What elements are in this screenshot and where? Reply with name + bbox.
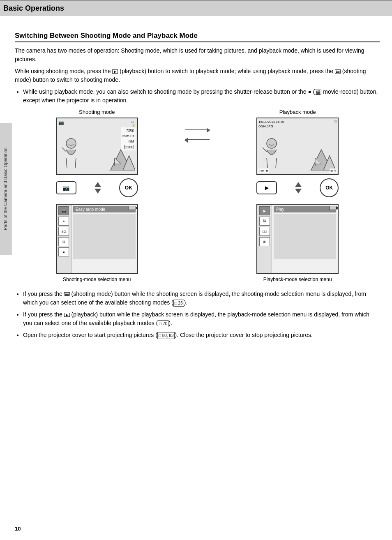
menu-inner-shoot: 📷 ✦ SO ⊟ ● Easy auto mode — [57, 205, 137, 273]
playback-mode-caption: Playback-mode selection menu — [263, 276, 332, 283]
sidebar-label: Parts of the Camera and Basic Operation — [2, 148, 8, 230]
pb-bottom-right: 4/ 4 — [330, 168, 337, 173]
play-buttons-row: ▶ OK — [256, 178, 339, 197]
shooting-mode-caption: Shooting-mode selection menu — [63, 276, 131, 283]
bullets-list: While using playback mode, you can also … — [23, 88, 380, 105]
main-content: Switching Between Shooting Mode and Play… — [15, 24, 380, 339]
play-icon-grid[interactable]: ⊞ — [259, 237, 270, 246]
shooting-mode-group: Shooting mode 📷 □🔋 — [15, 109, 179, 283]
battery-menu-shoot — [129, 206, 136, 210]
arrow-left-bottom — [185, 139, 210, 140]
arrow-down-play — [295, 189, 302, 194]
bullet-item-1: While using playback mode, you can also … — [23, 88, 380, 105]
intro-para2: While using shooting mode, press the ▶ (… — [15, 67, 380, 84]
camera-button-shoot[interactable]: 📷 — [56, 181, 76, 194]
menu-content-area-play — [274, 214, 336, 259]
menu-icon-video[interactable]: ● — [58, 247, 69, 256]
play-menu-icons-col: ▶ 🖼 □□ ⊞ — [257, 205, 272, 273]
ref-26: □ 26 — [173, 300, 184, 307]
section-header: Basic Operations — [0, 0, 392, 16]
intro-para2-start: While using shooting mode, press the — [15, 68, 112, 74]
play-icon-b3: ▶ — [64, 313, 70, 317]
ok-button-shoot[interactable]: OK — [119, 178, 138, 197]
svg-point-0 — [66, 138, 76, 148]
playback-mode-group: Playback mode 15/11/2011 15:30 0004.JPG … — [215, 109, 380, 283]
pb-bottom-left: HM ★ — [258, 168, 269, 173]
play-icon-photos[interactable]: 🖼 — [259, 217, 270, 226]
play-icon-play[interactable]: ▶ — [259, 206, 270, 215]
playback-screen: 15/11/2011 15:30 0004.JPG □ — [256, 118, 339, 175]
menu-icon-so[interactable]: SO — [58, 227, 69, 236]
intro-para1: The camera has two modes of operation: S… — [15, 46, 380, 64]
arrow-down — [95, 189, 101, 194]
middle-arrows — [185, 109, 210, 140]
shoot-cam-icon: 📷 — [58, 120, 64, 125]
mountain-illustration — [106, 148, 135, 172]
pb-filename: 0004.JPG — [258, 125, 273, 128]
playback-menu-screen: ▶ 🖼 □□ ⊞ Play — [256, 204, 339, 274]
shooting-mode-label: Shooting mode — [79, 109, 115, 115]
up-down-arrows-play — [295, 182, 302, 194]
ok-button-play[interactable]: OK — [320, 178, 339, 197]
bottom-bullets: If you press the 📷 (shooting mode) butto… — [23, 290, 380, 339]
shoot-top-right: □🔋 — [131, 120, 136, 127]
person-illustration-play — [259, 135, 296, 172]
playback-menu-header: Play — [274, 206, 336, 212]
menu-content-shoot: Easy auto mode — [71, 205, 137, 273]
arrow-right-top — [185, 129, 210, 130]
playback-mode-label: Playback mode — [279, 109, 316, 115]
intro-para2-mid: (playback) button to switch to playback … — [120, 68, 335, 74]
arrow-up-play — [295, 182, 302, 187]
diagrams-section: Shooting mode 📷 □🔋 — [15, 109, 380, 283]
menu-content-play: Play — [272, 205, 338, 273]
shooting-menu-screen: 📷 ✦ SO ⊟ ● Easy auto mode — [56, 204, 138, 274]
sidebar-tab: Parts of the Camera and Basic Operation — [0, 123, 12, 255]
pb-date: 15/11/2011 15:30 — [258, 120, 284, 124]
person-illustration-shoot — [59, 135, 96, 172]
page-number: 10 — [15, 526, 21, 532]
ref-70: □ 70 — [158, 320, 168, 327]
cam-icon-b2: 📷 — [64, 292, 70, 296]
menu-icon-effects[interactable]: ⊟ — [58, 237, 69, 246]
section-title: Basic Operations — [3, 4, 64, 12]
pb-top-right: □ — [334, 120, 337, 123]
sub-heading: Switching Between Shooting Mode and Play… — [15, 32, 380, 42]
shoot-buttons-row: 📷 OK — [56, 178, 138, 197]
menu-icons-col-shoot: 📷 ✦ SO ⊟ ● — [57, 205, 71, 273]
ref-80-83: □ 80, 83 — [157, 332, 175, 339]
play-icon-collage[interactable]: □□ — [259, 227, 270, 236]
overlay-text: 720p29m 0sHM[1100] — [121, 127, 136, 150]
arrow-up — [95, 182, 101, 187]
playback-button[interactable]: ▶ — [256, 181, 277, 194]
battery-menu-play — [329, 206, 337, 210]
menu-icon-scene[interactable]: ✦ — [58, 217, 69, 226]
svg-point-6 — [267, 138, 277, 148]
shooting-icon-inline: 📷 — [335, 69, 341, 74]
bullet-item-3: If you press the ▶ (playback) button whi… — [23, 310, 380, 328]
up-down-arrows-shoot — [95, 182, 101, 194]
bullet-item-4: Open the projector cover to start projec… — [23, 331, 380, 339]
pb-bottom-bar: HM ★ 4/ 4 — [258, 168, 337, 173]
menu-inner-play: ▶ 🖼 □□ ⊞ Play — [257, 205, 338, 273]
pb-date-info: 15/11/2011 15:30 0004.JPG — [258, 120, 284, 129]
menu-icon-cam[interactable]: 📷 — [58, 206, 69, 215]
shooting-menu-header: Easy auto mode — [73, 206, 136, 212]
playback-icon-inline: ▶ — [112, 69, 118, 74]
menu-content-area-shoot — [73, 214, 136, 259]
shooting-screen: 📷 □🔋 — [56, 118, 138, 175]
bullet-item-2: If you press the 📷 (shooting mode) butto… — [23, 290, 380, 307]
